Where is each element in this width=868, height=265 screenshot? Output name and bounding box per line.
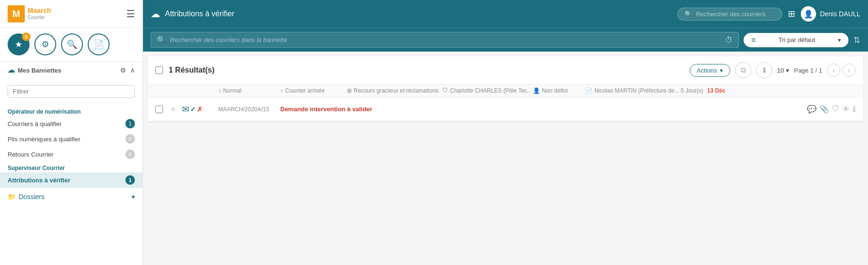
- top-search-box[interactable]: 🔍: [677, 8, 782, 21]
- sender-sort-icon: 📄: [585, 87, 592, 94]
- row-comment-icon[interactable]: 💬: [807, 105, 817, 114]
- download-icon-btn[interactable]: ⬇: [756, 62, 772, 78]
- row-hierarchy-icon[interactable]: ⛉: [832, 105, 839, 114]
- row-reference-cell: MAARCH/2020A/15: [216, 106, 278, 113]
- row-check-icon: ✓: [190, 106, 196, 113]
- hamburger-icon[interactable]: ☰: [126, 8, 135, 20]
- user-icon: 👤: [804, 10, 813, 19]
- th-delay: 5 Jour(s) 13 Déc: [679, 87, 726, 94]
- row-star-icon[interactable]: ★: [170, 105, 176, 114]
- next-page-button[interactable]: ›: [842, 64, 856, 77]
- row-x-icon: ✗: [197, 106, 203, 113]
- sidebar: M Maarch Courrier ☰ ★ 0 ⚙ 🔍 📄 ☁ Mes Bann…: [0, 0, 143, 265]
- top-nav-right: 🔍 ⊞ 👤 Denis DAULL: [677, 6, 860, 21]
- contact-sort-icon: 👤: [533, 87, 540, 94]
- count-courriers-qualifier: 1: [125, 119, 135, 128]
- filter-input[interactable]: [8, 85, 135, 98]
- actions-button[interactable]: Actions ▾: [690, 64, 731, 77]
- bannette-search-box[interactable]: 🔍 ⏱: [151, 32, 739, 48]
- gear-icon: ⚙: [41, 39, 49, 50]
- cloud-icon: ☁: [151, 8, 160, 20]
- grid-icon[interactable]: ⊞: [788, 9, 795, 19]
- top-nav: ☁ Attributions à vérifier 🔍 ⊞ 👤 Denis DA…: [143, 0, 868, 28]
- filter-section: [0, 78, 143, 106]
- select-all-checkbox[interactable]: [155, 66, 163, 74]
- entity-sort-icon: ⛉: [442, 87, 448, 94]
- dossiers-label: Dossiers: [19, 193, 44, 201]
- sort-selector[interactable]: ≡ Tri par défaut ▾: [744, 33, 848, 47]
- chevron-left-icon: ‹: [833, 66, 835, 74]
- results-container: 1 Résultat(s) Actions ▾ ⧉ ⬇ 10 ▾: [148, 56, 863, 121]
- per-page-chevron: ▾: [786, 67, 789, 74]
- row-reference: MAARCH/2020A/15: [218, 106, 269, 113]
- category-label-numerisation: Opérateur de numérisation: [0, 106, 143, 116]
- per-page-select[interactable]: 10 ▾: [777, 67, 789, 74]
- svg-text:M: M: [12, 9, 20, 19]
- sidebar-icon-bar: ★ 0 ⚙ 🔍 📄: [0, 28, 143, 62]
- folder-icon: 📁: [8, 193, 16, 201]
- table-header: ↕ Normal ↕ Courrier arrivée ⊞ Recours gr…: [148, 85, 863, 97]
- bannette-icon: ☁: [8, 66, 15, 74]
- download-icon: ⬇: [761, 66, 767, 75]
- star-icon: ★: [15, 39, 22, 50]
- category-sort-icon: ⊞: [347, 87, 352, 94]
- top-search-input[interactable]: [696, 11, 776, 18]
- row-attachment-icon[interactable]: 📎: [819, 105, 829, 114]
- settings-button[interactable]: ⚙: [34, 33, 56, 55]
- th-category: ⊞ Recours gracieux et réclamations: [345, 87, 440, 94]
- results-left: 1 Résultat(s): [155, 66, 214, 74]
- th-sender: 📄 Nicolas MARTIN (Préfecture de...: [583, 87, 679, 94]
- settings-bannette-icon[interactable]: ⚙: [120, 66, 126, 74]
- filter-sort-icon[interactable]: ⇅: [853, 35, 860, 45]
- sidebar-header: M Maarch Courrier ☰: [0, 0, 143, 28]
- results-header: 1 Résultat(s) Actions ▾ ⧉ ⬇ 10 ▾: [148, 56, 863, 85]
- app-sub: Courrier: [28, 15, 51, 20]
- page-info: Page 1 / 1: [794, 67, 822, 74]
- row-star-cell: ★: [168, 105, 180, 114]
- main-content: ☁ Attributions à vérifier 🔍 ⊞ 👤 Denis DA…: [143, 0, 868, 265]
- table-row: ★ ✉ ✓ ✗ MAARCH/2020A/15 Demande interven…: [148, 97, 863, 121]
- prev-page-button[interactable]: ‹: [827, 64, 840, 77]
- chevron-down-icon: ▾: [132, 193, 135, 201]
- page-title: Attributions à vérifier: [165, 10, 235, 18]
- app-name: Maarch: [28, 7, 51, 14]
- row-subject-cell[interactable]: Demande intervention à valider: [278, 106, 781, 113]
- sidebar-item-courriers-qualifier[interactable]: Courriers à qualifier 1: [0, 116, 143, 131]
- chevron-right-icon: ›: [848, 66, 850, 74]
- sidebar-item-attributions-verifier[interactable]: Attributions à vérifier 1: [0, 172, 143, 188]
- favorites-button[interactable]: ★ 0: [8, 33, 30, 55]
- copy-icon-btn[interactable]: ⧉: [735, 62, 751, 78]
- logo: M Maarch Courrier: [8, 5, 51, 22]
- row-mail-icon: ✉: [182, 104, 189, 115]
- row-checkbox[interactable]: [155, 106, 163, 113]
- filter-bar: 🔍 ⏱ ≡ Tri par défaut ▾ ⇅: [143, 28, 868, 52]
- type-sort-icon: ↕: [280, 87, 283, 94]
- actions-chevron-icon: ▾: [720, 67, 723, 74]
- row-info-icon[interactable]: ℹ: [853, 105, 856, 114]
- th-type: ↕ Courrier arrivée: [278, 87, 345, 94]
- copy-icon: ⧉: [741, 66, 746, 74]
- content-area: 1 Résultat(s) Actions ▾ ⧉ ⬇ 10 ▾: [143, 52, 868, 265]
- count-plis: 0: [125, 134, 135, 144]
- dossiers-folder[interactable]: 📁 Dossiers ▾: [0, 188, 143, 205]
- addfile-button[interactable]: 📄: [88, 33, 110, 55]
- row-eye-icon[interactable]: 👁: [842, 105, 850, 114]
- sort-chevron-icon: ▾: [838, 37, 841, 43]
- user-area[interactable]: 👤 Denis DAULL: [801, 6, 860, 21]
- logo-icon: M: [8, 5, 25, 22]
- collapse-icon[interactable]: ∧: [130, 66, 135, 74]
- user-name: Denis DAULL: [820, 10, 860, 18]
- timer-icon[interactable]: ⏱: [725, 36, 733, 44]
- favorites-badge: 0: [22, 32, 31, 41]
- category-label-superviseur: Superviseur Courrier: [0, 162, 143, 172]
- bannette-search-input[interactable]: [170, 36, 721, 43]
- search-button[interactable]: 🔍: [61, 33, 83, 55]
- top-nav-title-area: ☁ Attributions à vérifier: [151, 8, 235, 20]
- sidebar-item-plis-qualifier[interactable]: Plis numériques à qualifier 0: [0, 131, 143, 147]
- sidebar-item-retours-courrier[interactable]: Retours Courrier 0: [0, 147, 143, 162]
- sort-icon: ≡: [751, 36, 756, 44]
- actions-label: Actions: [697, 67, 717, 74]
- th-entity: ⛉ Charlotte CHARLES (Pôle Tec...: [440, 87, 531, 94]
- mes-bannettes-title: ☁ Mes Bannettes: [8, 66, 61, 74]
- search-icon: 🔍: [67, 39, 77, 50]
